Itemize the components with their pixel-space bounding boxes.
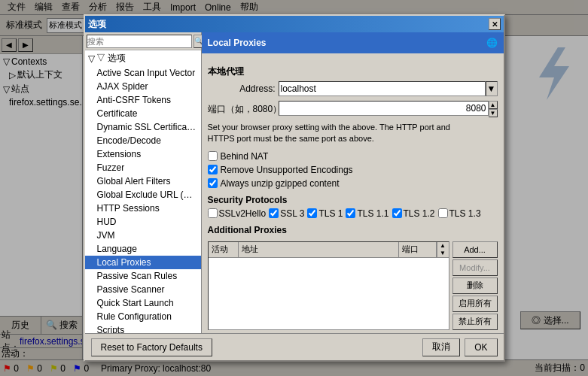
dialog-tree-item-9[interactable]: Global Exclude URL (Beta) bbox=[85, 188, 201, 202]
ssl3-checkbox[interactable] bbox=[269, 208, 279, 218]
dialog-footer: Reset to Factory Defaults 取消 OK bbox=[85, 333, 504, 360]
port-spinbox: ▲ ▼ bbox=[279, 101, 498, 117]
dialog-tree-item-2[interactable]: Anti-CSRF Tokens bbox=[85, 93, 201, 107]
dialog-tree-item-10[interactable]: HTTP Sessions bbox=[85, 202, 201, 215]
ok-btn[interactable]: OK bbox=[465, 338, 497, 356]
modify-proxy-btn[interactable]: Modify... bbox=[452, 259, 498, 276]
behind-nat-checkbox[interactable] bbox=[208, 151, 218, 161]
proxy-info-text: Set your browser proxy setting with the … bbox=[208, 122, 498, 145]
dialog-tree-item-0[interactable]: Active Scan Input Vector bbox=[85, 66, 201, 80]
security-protocols-row: SSLv2Hello SSL 3 TLS 1 bbox=[208, 208, 498, 219]
panel-header: Local Proxies 🌐 bbox=[202, 32, 504, 53]
address-input-group: ▼ bbox=[279, 81, 498, 96]
dialog-tree-items: Active Scan Input VectorAJAX SpiderAnti-… bbox=[85, 66, 201, 333]
proxies-table-container: 活动 地址 端口 ▲ ▼ bbox=[208, 241, 498, 330]
unzip-content-row: Always unzip gzipped content bbox=[208, 178, 498, 189]
additional-proxies-section: 活动 地址 端口 ▲ ▼ bbox=[208, 241, 498, 330]
dialog-tree: ▽ ▽ 选项 Active Scan Input VectorAJAX Spid… bbox=[85, 50, 201, 333]
dialog-tree-item-19[interactable]: Scripts bbox=[85, 323, 201, 333]
port-up-btn[interactable]: ▲ bbox=[489, 101, 498, 109]
port-down-btn[interactable]: ▼ bbox=[489, 109, 498, 117]
port-label: 端口（如，8080）： bbox=[208, 103, 276, 116]
table-scroll-up-btn[interactable]: ▲ bbox=[437, 242, 449, 250]
dialog-tree-item-4[interactable]: Dynamic SSL Certificates bbox=[85, 120, 201, 134]
cancel-btn[interactable]: 取消 bbox=[422, 338, 460, 356]
dialog-footer-right: 取消 OK bbox=[422, 338, 497, 356]
remove-encodings-label: Remove Unsupported Encodings bbox=[221, 165, 353, 175]
panel-title: Local Proxies bbox=[208, 38, 267, 48]
dialog-overlay: 选项 ✕ 🔍 ✕ ▽ ▽ 选项 bbox=[0, 0, 588, 376]
tls13-label: TLS 1.3 bbox=[449, 208, 481, 219]
ssl2-item: SSLv2Hello bbox=[208, 208, 267, 219]
dialog-tree-item-14[interactable]: Local Proxies bbox=[85, 256, 201, 269]
address-input[interactable] bbox=[279, 81, 486, 96]
app-window: 文件 编辑 查看 分析 报告 工具 Import Online 帮助 标准模式 … bbox=[0, 0, 588, 376]
unzip-content-label: Always unzip gzipped content bbox=[221, 178, 340, 189]
table-scroll-down-btn[interactable]: ▼ bbox=[437, 250, 449, 257]
expand-icon: ▽ bbox=[88, 53, 95, 64]
address-row: Address: ▼ bbox=[208, 81, 498, 96]
dialog-search-input[interactable] bbox=[87, 35, 192, 48]
dialog-tree-item-12[interactable]: JVM bbox=[85, 229, 201, 242]
ssl3-label: SSL 3 bbox=[280, 208, 304, 219]
dialog-tree-item-3[interactable]: Certificate bbox=[85, 107, 201, 120]
delete-proxy-btn[interactable]: 删除 bbox=[452, 277, 498, 294]
tls1-label: TLS 1 bbox=[318, 208, 343, 219]
address-dropdown-btn[interactable]: ▼ bbox=[486, 81, 498, 96]
remove-encodings-checkbox[interactable] bbox=[208, 165, 218, 174]
port-input[interactable] bbox=[279, 101, 489, 116]
unzip-content-checkbox[interactable] bbox=[208, 178, 218, 188]
port-spinbox-btns: ▲ ▼ bbox=[489, 101, 498, 117]
tls12-item: TLS 1.2 bbox=[392, 208, 435, 219]
tls11-item: TLS 1.1 bbox=[346, 208, 388, 219]
dialog-tree-item-15[interactable]: Passive Scan Rules bbox=[85, 269, 201, 283]
enable-all-btn[interactable]: 启用所有 bbox=[452, 296, 498, 312]
proxies-table-body bbox=[209, 258, 449, 311]
dialog-tree-item-17[interactable]: Quick Start Launch bbox=[85, 296, 201, 310]
sslv2hello-checkbox[interactable] bbox=[208, 208, 218, 218]
add-proxy-btn[interactable]: Add... bbox=[452, 241, 498, 258]
dialog-tree-item-7[interactable]: Fuzzer bbox=[85, 161, 201, 174]
table-scroll-arrows: ▲ ▼ bbox=[437, 242, 449, 257]
behind-nat-row: Behind NAT bbox=[208, 151, 498, 162]
proxies-side-buttons: Add... Modify... 删除 启用所有 禁止所有 bbox=[452, 241, 498, 330]
dialog-tree-item-6[interactable]: Extensions bbox=[85, 147, 201, 161]
tls13-checkbox[interactable] bbox=[438, 208, 448, 218]
port-row: 端口（如，8080）： ▲ ▼ bbox=[208, 101, 498, 117]
tls12-label: TLS 1.2 bbox=[404, 208, 435, 219]
dialog-tree-item-1[interactable]: AJAX Spider bbox=[85, 80, 201, 93]
proxies-table-header: 活动 地址 端口 ▲ ▼ bbox=[209, 242, 449, 258]
dialog-tree-item-8[interactable]: Global Alert Filters bbox=[85, 174, 201, 188]
dialog-title: 选项 bbox=[88, 18, 106, 31]
behind-nat-label: Behind NAT bbox=[221, 151, 269, 162]
col-active: 活动 bbox=[209, 242, 239, 257]
panel-content: 本地代理 Address: ▼ 端口（如，8080）： bbox=[202, 53, 504, 333]
dialog-titlebar: 选项 ✕ bbox=[85, 16, 504, 32]
tls11-checkbox[interactable] bbox=[346, 208, 355, 218]
reset-defaults-btn[interactable]: Reset to Factory Defaults bbox=[91, 338, 212, 356]
dialog-tree-item-11[interactable]: HUD bbox=[85, 215, 201, 229]
dialog-tree-item-16[interactable]: Passive Scanner bbox=[85, 283, 201, 296]
tls1-checkbox[interactable] bbox=[307, 208, 317, 218]
dialog-tree-item-18[interactable]: Rule Configuration bbox=[85, 310, 201, 323]
security-section-title: Security Protocols bbox=[208, 195, 498, 205]
sslv2hello-label: SSLv2Hello bbox=[219, 208, 267, 219]
panel-header-icon: 🌐 bbox=[486, 38, 498, 48]
local-proxy-section-title: 本地代理 bbox=[208, 65, 498, 78]
disable-all-btn[interactable]: 禁止所有 bbox=[452, 314, 498, 330]
additional-proxies-title: Additional Proxies bbox=[208, 225, 498, 235]
remove-encodings-row: Remove Unsupported Encodings bbox=[208, 165, 498, 175]
tls13-item: TLS 1.3 bbox=[438, 208, 481, 219]
tls11-label: TLS 1.1 bbox=[357, 208, 388, 219]
col-address: 地址 bbox=[239, 242, 399, 257]
dialog-body: 🔍 ✕ ▽ ▽ 选项 Active Scan Input VectorAJAX … bbox=[85, 32, 504, 333]
tls1-item: TLS 1 bbox=[307, 208, 343, 219]
dialog-left-toolbar: 🔍 ✕ bbox=[85, 32, 201, 50]
tls12-checkbox[interactable] bbox=[392, 208, 402, 218]
dialog-tree-item-13[interactable]: Language bbox=[85, 242, 201, 256]
dialog-right-panel: Local Proxies 🌐 本地代理 Address: ▼ bbox=[202, 32, 504, 333]
options-dialog: 选项 ✕ 🔍 ✕ ▽ ▽ 选项 bbox=[84, 14, 505, 362]
dialog-tree-item-5[interactable]: Encode/Decode bbox=[85, 134, 201, 147]
dialog-tree-root[interactable]: ▽ ▽ 选项 bbox=[85, 50, 201, 66]
dialog-close-btn[interactable]: ✕ bbox=[489, 18, 501, 30]
